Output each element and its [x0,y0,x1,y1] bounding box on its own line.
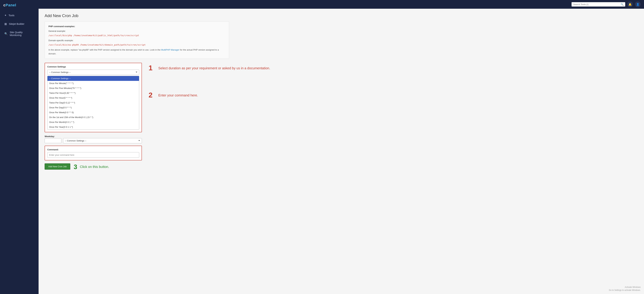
search-input[interactable] [573,3,620,6]
sidebar-item-label: Sitejet Builder [9,22,24,25]
main-area: 🔍 🔔 👤 Add New Cron Job PHP command examp… [38,0,644,294]
sqm-icon: 🔍 [4,32,8,35]
dropdown-option-once-per-month[interactable]: Once Per Month(0 0 1 * *) [48,120,139,125]
step-3-number: 3 [74,164,77,170]
dropdown-option-twice-per-day[interactable]: Twice Per Day(0 0,12 * * *) [48,100,139,105]
sidebar-item-tools[interactable]: ✦ Tools [1,11,38,19]
dropdown-option-once-per-hour[interactable]: Once Per Hour(0 * * * *) [48,95,139,100]
sitejet-icon: ▦ [4,22,7,25]
add-cron-job-button[interactable]: Add New Cron Job [44,163,70,170]
sidebar-item-label: Tools [8,14,14,17]
weekday-input[interactable] [44,138,62,143]
weekday-select-wrap: -- Common Settings -- [63,135,142,143]
info-box: PHP command examples: General example: /… [44,21,229,59]
annotation-2-number: 2 [148,92,155,99]
content-area: Add New Cron Job PHP command examples: G… [38,9,644,294]
dropdown-option-once-per-week[interactable]: Once Per Week(0 0 * * 0) [48,110,139,115]
general-label: General example: [48,29,225,33]
dropdown-option-twice-per-hour[interactable]: Twice Per Hour(0,30 * * * *) [48,91,139,95]
sidebar-item-sqm[interactable]: 🔍 Site Quality Monitoring [1,28,38,39]
general-code: /usr/local/bin/php /home/invatomarkit/pu… [48,34,225,37]
domain-code: /usr/local/bin/ea-php99 /home/invatomark… [48,43,225,47]
sidebar-item-sitejet[interactable]: ▦ Sitejet Builder [1,20,38,28]
step-3-annotation: 3 Click on this button. [74,164,109,170]
multiphp-link[interactable]: MultiPHP Manager [161,49,180,51]
tools-icon: ✦ [4,14,6,17]
dropdown-option-1st-15th[interactable]: On the 1st and 15th of the Month(0 0 1,1… [48,115,139,120]
activate-windows: Activate Windows Go to Settings to activ… [609,286,641,292]
command-label: Command: [47,148,139,151]
annotation-column: 1 Select duration as per your requiremen… [148,63,638,104]
step-3-text: Click on this button. [80,165,109,169]
note-before: In the above example, replace "ea-php99"… [48,49,161,51]
activate-windows-line1: Activate Windows [609,286,641,289]
common-settings-box: Common Settings -- Common Settings -- --… [44,63,142,132]
annotation-2-spacer: 2 Enter your command here. [148,92,638,99]
dropdown-option-once-per-year[interactable]: Once Per Year(0 0 1 1 *) [48,125,139,130]
dropdown-option-once-per-five[interactable]: Once Per Five Minutes(*/5 * * * *) [48,86,139,91]
annotation-1-number: 1 [148,64,155,71]
info-header: PHP command examples: [48,25,225,28]
user-icon[interactable]: 👤 [635,1,641,7]
annotation-1-text: Select duration as per your requirement … [158,64,270,70]
page-title: Add New Cron Job [44,13,638,18]
common-settings-label: Common Settings [47,65,139,68]
select-wrapper: -- Common Settings -- [47,70,139,75]
button-row: Add New Cron Job 3 Click on this button. [44,163,142,170]
weekday-label: Weekday: [44,135,62,138]
logo-text: cPanel [3,3,16,7]
annotation-2: 2 Enter your command here. [148,92,638,99]
sidebar: cPanel ✦ Tools ▦ Sitejet Builder 🔍 Site … [0,0,38,294]
search-bar[interactable]: 🔍 [572,2,625,6]
activate-windows-line2: Go to Settings to activate Windows. [609,289,641,292]
sidebar-item-label: Site Quality Monitoring [10,31,34,36]
weekday-field: Weekday: [44,135,62,143]
annotation-2-text: Enter your command here. [158,92,198,98]
form-column: Common Settings -- Common Settings -- --… [44,63,142,170]
info-note: In the above example, replace "ea-php99"… [48,48,225,55]
topbar: 🔍 🔔 👤 [38,0,644,9]
dropdown-option-once-per-minute[interactable]: Once Per Minute(* * * * *) [48,81,139,86]
dropdown-option-header[interactable]: -- Common Settings -- [48,76,139,81]
weekday-spacer [63,135,142,138]
domain-label: Domain-specific example: [48,39,225,42]
command-box: Command: [44,146,142,160]
form-layout: Common Settings -- Common Settings -- --… [44,63,638,170]
cpanel-logo: cPanel [0,0,38,11]
annotation-1: 1 Select duration as per your requiremen… [148,64,638,71]
weekday-common-settings-select[interactable]: -- Common Settings -- [63,138,142,143]
weekday-row: Weekday: -- Common Settings -- [44,135,142,143]
notifications-icon[interactable]: 🔔 [627,1,633,7]
search-icon: 🔍 [621,3,624,6]
common-settings-select[interactable]: -- Common Settings -- [47,70,139,75]
dropdown-open: -- Common Settings -- Once Per Minute(* … [47,76,139,130]
dropdown-option-once-per-day[interactable]: Once Per Day(0 0 * * *) [48,105,139,110]
command-input[interactable] [47,152,139,158]
